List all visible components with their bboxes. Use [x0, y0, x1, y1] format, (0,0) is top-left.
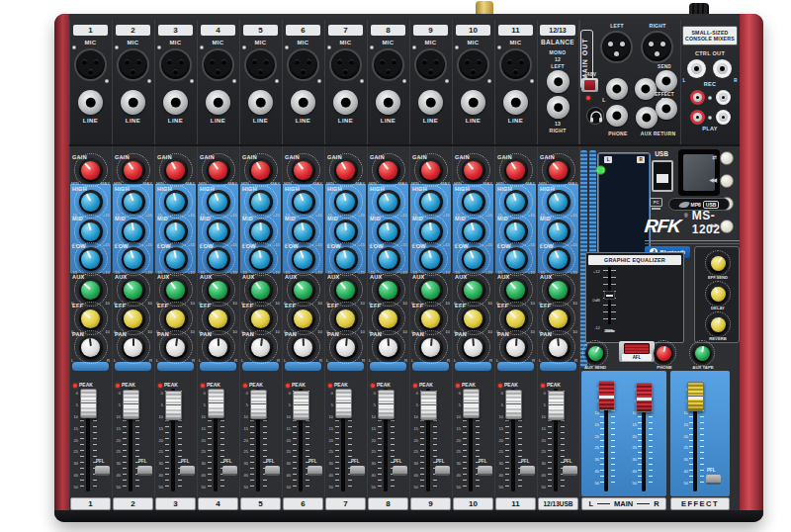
knob-high-ch3[interactable]: HIGH -15 +15	[154, 186, 197, 218]
knob-low-ch9[interactable]: LOW -15 +15	[409, 243, 452, 275]
knob-low-ch10[interactable]: LOW -15 +15	[452, 243, 494, 275]
channel-fader[interactable]	[250, 390, 267, 419]
knob-high-ch6[interactable]: HIGH -15 +15	[282, 186, 324, 218]
knob-pan-ch5[interactable]: PAN L R	[239, 331, 282, 363]
strip-label-11: 11	[495, 497, 536, 510]
knob-low-ch8[interactable]: LOW -15 +15	[367, 243, 409, 275]
pfl-button[interactable]	[95, 466, 110, 476]
knob-cap	[164, 307, 188, 330]
knob-gain-ch8[interactable]: GAIN MIN MAX	[367, 154, 409, 186]
slider-cap[interactable]	[604, 291, 615, 300]
channel-fader[interactable]	[548, 391, 565, 420]
knob-phone[interactable]	[654, 343, 673, 363]
knob-aux-tape[interactable]	[692, 343, 712, 363]
knob-low-ch1[interactable]: LOW -15 +15	[69, 243, 112, 275]
knob-pan-ch2[interactable]: PAN L R	[112, 331, 154, 363]
knob-pan-ch12/13[interactable]: PAN L R	[537, 331, 579, 363]
scale-min: L	[241, 358, 243, 363]
loop-button[interactable]	[720, 151, 734, 165]
knob-gain-ch9[interactable]: GAIN MIN MAX	[409, 154, 452, 186]
knob-high-ch4[interactable]: HIGH -15 +15	[197, 186, 239, 218]
knob-pan-ch9[interactable]: PAN L R	[409, 331, 452, 363]
knob-high-ch2[interactable]: HIGH -15 +15	[112, 186, 154, 218]
knob-gain-ch10[interactable]: GAIN MIN MAX	[452, 154, 494, 186]
phantom-power-switch[interactable]	[581, 78, 598, 92]
pfl-button[interactable]	[563, 466, 577, 476]
xlr-female-connector	[117, 48, 149, 81]
knob-gain-ch12/13[interactable]: GAIN MIN MAX	[537, 154, 579, 186]
channel-fader[interactable]	[80, 389, 97, 418]
channel-fader[interactable]	[123, 390, 139, 419]
pfl-button[interactable]	[308, 466, 322, 476]
channel-fader[interactable]	[505, 390, 522, 419]
peak-label: PEAK	[164, 382, 178, 388]
knob-gain-ch4[interactable]: GAIN MIN MAX	[197, 154, 239, 186]
knob-gain-ch3[interactable]: GAIN MIN MAX	[154, 154, 197, 186]
knob-low-ch7[interactable]: LOW -15 +15	[324, 243, 367, 275]
ctrl-out-l-rca	[687, 59, 706, 78]
knob-pan-ch6[interactable]: PAN L R	[282, 331, 324, 363]
knob-eff-send[interactable]: EFF.SEND	[695, 250, 741, 280]
knob-low-ch6[interactable]: LOW -15 +15	[282, 243, 324, 275]
pfl-button[interactable]	[180, 466, 195, 476]
knob-high-ch9[interactable]: HIGH -15 +15	[409, 186, 452, 218]
channel-fader[interactable]	[378, 390, 395, 419]
xlr-male-right	[641, 31, 673, 63]
geq-slider-12kHz[interactable]: 12kHz	[602, 267, 617, 332]
knob-gain-ch1[interactable]: GAIN MIN MAX	[69, 154, 112, 186]
channel-fader[interactable]	[293, 391, 309, 420]
knob-gain-ch2[interactable]: GAIN MIN MAX	[112, 154, 154, 186]
knob-high-ch10[interactable]: HIGH -15 +15	[452, 186, 494, 218]
knob-high-ch7[interactable]: HIGH -15 +15	[324, 186, 367, 218]
knob-delay[interactable]: DELAY	[695, 281, 741, 310]
pfl-button[interactable]	[265, 466, 280, 476]
knob-gain-ch6[interactable]: GAIN MIN MAX	[282, 154, 324, 186]
knob-pan-ch4[interactable]: PAN L R	[197, 331, 239, 363]
knob-pan-ch10[interactable]: PAN L R	[452, 331, 494, 363]
channel-fader[interactable]	[208, 389, 224, 418]
channel-fader[interactable]	[165, 391, 182, 420]
effect-fader[interactable]	[687, 382, 704, 411]
knob-high-ch5[interactable]: HIGH -15 +15	[239, 186, 282, 218]
main-r-fader[interactable]	[636, 383, 653, 412]
knob-pan-ch11[interactable]: PAN L R	[494, 331, 537, 363]
knob-gain-ch5[interactable]: GAIN MIN MAX	[239, 154, 282, 186]
pfl-button[interactable]	[137, 466, 152, 476]
pfl-button[interactable]	[478, 466, 492, 476]
knob-high-ch1[interactable]: HIGH -15 +15	[69, 186, 112, 218]
knob-pan-ch1[interactable]: PAN L R	[69, 331, 112, 363]
knob-low-ch3[interactable]: LOW -15 +15	[154, 243, 197, 275]
pfl-button[interactable]	[520, 466, 535, 476]
channel-number: 8	[371, 25, 405, 36]
knob-low-ch4[interactable]: LOW -15 +15	[197, 243, 239, 275]
channel-fader[interactable]	[463, 389, 480, 418]
knob-pan-ch3[interactable]: PAN L R	[154, 331, 197, 363]
knob-high-ch8[interactable]: HIGH -15 +15	[367, 186, 409, 218]
afl-button[interactable]	[624, 343, 650, 354]
line-jack	[376, 90, 400, 115]
knob-low-ch11[interactable]: LOW -15 +15	[494, 243, 537, 275]
fader-strip-5: PEAK 0510152025304050 PFL	[239, 374, 282, 494]
knob-low-ch2[interactable]: LOW -15 +15	[112, 243, 154, 275]
knob-high-ch11[interactable]: HIGH -15 +15	[494, 186, 537, 218]
pfl-button[interactable]	[222, 466, 237, 476]
knob-low-ch12/13[interactable]: LOW -15 +15	[537, 243, 579, 275]
knob-pan-ch7[interactable]: PAN L R	[324, 331, 367, 363]
meter-r-label: R	[637, 156, 645, 163]
knob-reverb[interactable]: REVERB	[695, 311, 741, 341]
pfl-button[interactable]	[706, 475, 721, 485]
knob-low-ch5[interactable]: LOW -15 +15	[239, 243, 282, 275]
channel-fader[interactable]	[335, 389, 352, 418]
knob-high-ch12/13[interactable]: HIGH -15 +15	[537, 186, 579, 218]
channel-fader[interactable]	[420, 391, 437, 420]
previous-track-button[interactable]	[720, 174, 734, 188]
pfl-button[interactable]	[435, 466, 450, 476]
main-l-fader[interactable]	[598, 381, 615, 410]
knob-pan-ch8[interactable]: PAN L R	[367, 331, 409, 363]
pfl-button[interactable]	[393, 466, 407, 476]
knob-gain-ch7[interactable]: GAIN MIN MAX	[324, 154, 367, 186]
knob-gain-ch11[interactable]: GAIN MIN MAX	[494, 154, 537, 186]
pfl-button[interactable]	[350, 466, 365, 476]
knob-aux-send[interactable]	[585, 343, 605, 363]
usb-port[interactable]	[652, 160, 673, 192]
